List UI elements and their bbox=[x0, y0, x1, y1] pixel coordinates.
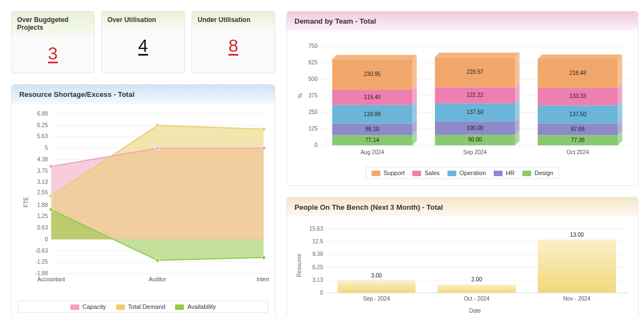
svg-rect-120 bbox=[337, 281, 416, 293]
resource-legend: Capacity Total Demand Availability bbox=[18, 301, 268, 313]
svg-text:625: 625 bbox=[308, 59, 318, 66]
svg-text:12.5: 12.5 bbox=[313, 238, 324, 244]
x-axis-label: Date bbox=[469, 308, 481, 314]
svg-marker-82 bbox=[435, 53, 520, 57]
svg-text:100.00: 100.00 bbox=[467, 125, 484, 131]
demand-chart-panel: Demand by Team - Total 75062550037525012… bbox=[286, 11, 638, 186]
legend-item: Sales bbox=[412, 170, 440, 176]
demand-chart-svg: 7506255003752501250 77.1488.10139.88115.… bbox=[293, 35, 632, 162]
svg-text:3.13: 3.13 bbox=[37, 179, 48, 185]
svg-text:115.40: 115.40 bbox=[364, 94, 381, 100]
svg-text:5: 5 bbox=[45, 145, 48, 151]
legend-item: Design bbox=[522, 170, 553, 176]
svg-text:0: 0 bbox=[314, 142, 318, 148]
bench-chart-svg: 15.6312.59.386.253.130 3.002.0013.00 Sep… bbox=[293, 221, 632, 315]
kpi-under-utilisation[interactable]: Under Utilisation 8 bbox=[192, 11, 275, 73]
svg-point-36 bbox=[50, 208, 53, 211]
svg-text:6.25: 6.25 bbox=[313, 264, 324, 270]
kpi-over-utilisation[interactable]: Over Utilisation 4 bbox=[101, 11, 185, 73]
legend-item: Capacity bbox=[70, 303, 106, 310]
svg-marker-66 bbox=[332, 55, 417, 59]
svg-text:9.38: 9.38 bbox=[313, 251, 324, 257]
svg-text:3.13: 3.13 bbox=[313, 277, 324, 283]
svg-text:137.50: 137.50 bbox=[569, 111, 586, 117]
svg-text:228.57: 228.57 bbox=[467, 69, 484, 75]
svg-text:4.38: 4.38 bbox=[37, 156, 48, 162]
kpi-value: 8 bbox=[192, 28, 275, 65]
svg-text:Oct - 2024: Oct - 2024 bbox=[464, 296, 490, 302]
svg-text:133.33: 133.33 bbox=[569, 93, 586, 99]
y-axis-label: Resource bbox=[296, 253, 302, 277]
svg-point-32 bbox=[262, 146, 266, 150]
svg-text:-1.88: -1.88 bbox=[35, 270, 48, 276]
kpi-label: Under Utilisation bbox=[192, 12, 275, 28]
dashboard: Over Bugdgeted Projects 3 Over Utilisati… bbox=[11, 11, 633, 316]
svg-point-31 bbox=[156, 146, 160, 150]
svg-text:13.00: 13.00 bbox=[570, 232, 583, 238]
svg-text:218.48: 218.48 bbox=[569, 70, 586, 76]
svg-marker-87 bbox=[515, 53, 520, 88]
svg-text:0: 0 bbox=[320, 290, 323, 296]
svg-text:-0.63: -0.63 bbox=[35, 248, 48, 254]
kpi-label: Over Bugdgeted Projects bbox=[12, 12, 94, 36]
svg-marker-71 bbox=[412, 55, 417, 90]
svg-point-30 bbox=[50, 165, 53, 168]
panel-title: People On The Bench (Next 3 Month) - Tot… bbox=[287, 198, 638, 217]
legend-item: Support bbox=[372, 170, 405, 176]
svg-text:2.55: 2.55 bbox=[37, 189, 48, 195]
svg-text:500: 500 bbox=[308, 76, 318, 82]
kpi-row: Over Bugdgeted Projects 3 Over Utilisati… bbox=[11, 11, 275, 73]
svg-point-34 bbox=[156, 123, 160, 127]
y-axis-label: % bbox=[297, 93, 303, 98]
svg-text:1.88: 1.88 bbox=[37, 202, 48, 208]
svg-text:122.22: 122.22 bbox=[467, 92, 484, 98]
svg-text:3.00: 3.00 bbox=[371, 273, 382, 279]
resource-chart-body: 6.886.255.6354.383.753.132.551.881.250.6… bbox=[12, 104, 275, 316]
svg-text:Sep - 2024: Sep - 2024 bbox=[363, 296, 390, 302]
svg-text:Aug 2024: Aug 2024 bbox=[361, 149, 384, 155]
bench-chart-panel: People On The Bench (Next 3 Month) - Tot… bbox=[286, 197, 638, 316]
y-axis-label: FTE bbox=[23, 197, 29, 207]
svg-text:0: 0 bbox=[45, 236, 48, 242]
svg-text:Sep 2024: Sep 2024 bbox=[463, 149, 487, 155]
svg-point-33 bbox=[50, 194, 53, 198]
svg-point-38 bbox=[262, 255, 266, 259]
svg-text:88.10: 88.10 bbox=[365, 126, 379, 132]
svg-text:Accountant: Accountant bbox=[37, 276, 65, 282]
resource-chart-svg: 6.886.255.6354.383.753.132.551.881.250.6… bbox=[18, 108, 269, 296]
svg-text:80.00: 80.00 bbox=[468, 137, 482, 143]
svg-text:77.14: 77.14 bbox=[365, 137, 379, 143]
kpi-label: Over Utilisation bbox=[102, 12, 184, 28]
svg-text:6.25: 6.25 bbox=[37, 122, 48, 128]
svg-text:0.63: 0.63 bbox=[37, 225, 48, 231]
kpi-over-budget[interactable]: Over Bugdgeted Projects 3 bbox=[11, 11, 95, 73]
svg-point-35 bbox=[262, 127, 266, 131]
svg-text:125: 125 bbox=[308, 126, 318, 132]
svg-text:87.68: 87.68 bbox=[571, 126, 585, 132]
svg-text:2.00: 2.00 bbox=[471, 276, 482, 282]
svg-text:137.50: 137.50 bbox=[467, 109, 484, 115]
right-column: Demand by Team - Total 75062550037525012… bbox=[286, 11, 638, 316]
svg-text:250: 250 bbox=[308, 109, 318, 115]
svg-text:Intern: Intern bbox=[256, 276, 269, 282]
svg-text:15.63: 15.63 bbox=[309, 226, 323, 232]
svg-point-37 bbox=[156, 258, 160, 262]
svg-text:750: 750 bbox=[308, 43, 318, 49]
svg-marker-103 bbox=[618, 55, 622, 88]
demand-chart-body: 7506255003752501250 77.1488.10139.88115.… bbox=[287, 31, 638, 186]
panel-title: Demand by Team - Total bbox=[287, 12, 638, 31]
bench-chart-body: 15.6312.59.386.253.130 3.002.0013.00 Sep… bbox=[287, 217, 638, 316]
svg-text:5.63: 5.63 bbox=[37, 133, 48, 139]
legend-item: HR bbox=[494, 170, 515, 176]
legend-item: Availability bbox=[175, 303, 216, 310]
svg-rect-126 bbox=[538, 240, 616, 293]
left-column: Over Bugdgeted Projects 3 Over Utilisati… bbox=[11, 11, 275, 316]
panel-title: Resource Shortage/Excess - Total bbox=[12, 85, 275, 104]
svg-text:230.95: 230.95 bbox=[364, 71, 381, 77]
svg-text:139.88: 139.88 bbox=[364, 111, 381, 117]
demand-legend: Support Sales Operation HR Design bbox=[365, 167, 560, 179]
legend-item: Operation bbox=[447, 170, 486, 176]
svg-text:Oct 2024: Oct 2024 bbox=[566, 149, 589, 155]
svg-text:-1.25: -1.25 bbox=[35, 259, 48, 265]
svg-text:Auditor: Auditor bbox=[149, 276, 166, 282]
